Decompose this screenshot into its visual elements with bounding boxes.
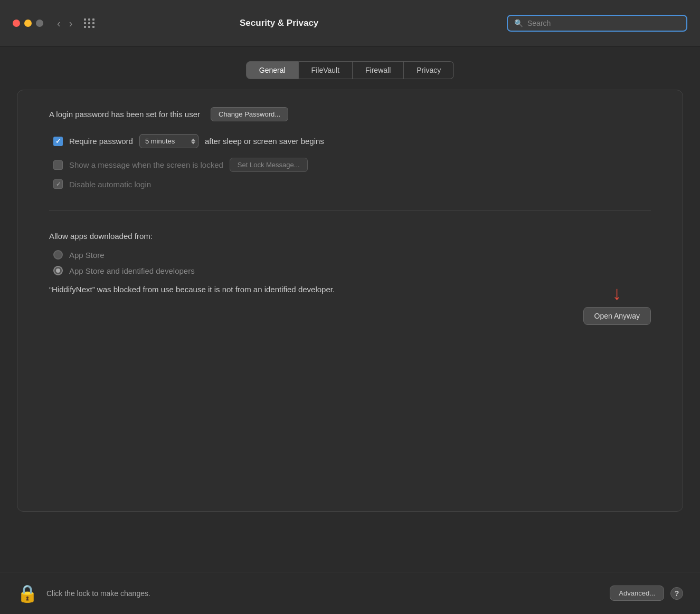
- radio-identified[interactable]: [53, 266, 63, 275]
- window-title: Security & Privacy: [51, 18, 507, 28]
- blocked-text: “HiddifyNext” was blocked from use becau…: [49, 284, 335, 296]
- open-anyway-button[interactable]: Open Anyway: [583, 307, 651, 325]
- close-button[interactable]: [13, 20, 20, 27]
- section-divider: [49, 210, 651, 210]
- search-box[interactable]: 🔍: [507, 15, 687, 32]
- radio-app-store-label: App Store: [69, 251, 105, 260]
- after-sleep-text: after sleep or screen saver begins: [205, 137, 324, 146]
- advanced-button[interactable]: Advanced...: [610, 586, 664, 601]
- help-button[interactable]: ?: [670, 587, 683, 600]
- set-lock-message-button[interactable]: Set Lock Message...: [230, 158, 308, 172]
- disable-auto-login-label: Disable automatic login: [69, 180, 151, 189]
- search-input[interactable]: [527, 19, 680, 27]
- show-message-row: Show a message when the screen is locked…: [53, 158, 651, 172]
- tab-firewall[interactable]: Firewall: [353, 61, 404, 79]
- radio-identified-row: App Store and identified developers: [53, 266, 651, 275]
- password-delay-select[interactable]: 5 minutes immediately 5 seconds 1 minute…: [139, 134, 198, 148]
- maximize-button[interactable]: [36, 20, 43, 27]
- show-message-label: Show a message when the screen is locked: [69, 160, 223, 169]
- radio-app-store[interactable]: [53, 250, 63, 260]
- tabs-row: General FileVault Firewall Privacy: [0, 46, 700, 90]
- require-password-checkbox[interactable]: [53, 137, 63, 146]
- blocked-section: “HiddifyNext” was blocked from use becau…: [49, 284, 651, 325]
- traffic-lights: [13, 20, 43, 27]
- content-area: A login password has been set for this u…: [17, 90, 683, 512]
- disable-auto-login-checkbox[interactable]: [53, 179, 63, 189]
- password-delay-select-wrapper[interactable]: 5 minutes immediately 5 seconds 1 minute…: [139, 134, 198, 148]
- login-password-row: A login password has been set for this u…: [49, 107, 651, 121]
- red-arrow-icon: ↓: [612, 284, 622, 303]
- tab-privacy[interactable]: Privacy: [404, 61, 454, 79]
- disable-auto-login-row: Disable automatic login: [53, 179, 651, 189]
- radio-app-store-row: App Store: [53, 250, 651, 260]
- bottom-bar: 🔒 Click the lock to make changes. Advanc…: [0, 572, 700, 614]
- main-wrapper: General FileVault Firewall Privacy A log…: [0, 46, 700, 614]
- lock-icon[interactable]: 🔒: [17, 583, 38, 603]
- minimize-button[interactable]: [24, 20, 32, 27]
- radio-identified-label: App Store and identified developers: [69, 266, 195, 275]
- login-password-text: A login password has been set for this u…: [49, 110, 200, 119]
- allow-apps-title: Allow apps downloaded from:: [49, 232, 651, 241]
- search-icon: 🔍: [514, 19, 523, 27]
- tab-filevault[interactable]: FileVault: [299, 61, 353, 79]
- titlebar: ‹ › Security & Privacy 🔍: [0, 0, 700, 46]
- require-password-row: Require password 5 minutes immediately 5…: [53, 134, 651, 148]
- lock-text: Click the lock to make changes.: [46, 589, 610, 598]
- require-password-label: Require password: [69, 137, 133, 146]
- show-message-checkbox[interactable]: [53, 160, 63, 170]
- tab-general[interactable]: General: [246, 61, 299, 79]
- open-anyway-area: ↓ Open Anyway: [583, 284, 651, 325]
- change-password-button[interactable]: Change Password...: [211, 107, 288, 121]
